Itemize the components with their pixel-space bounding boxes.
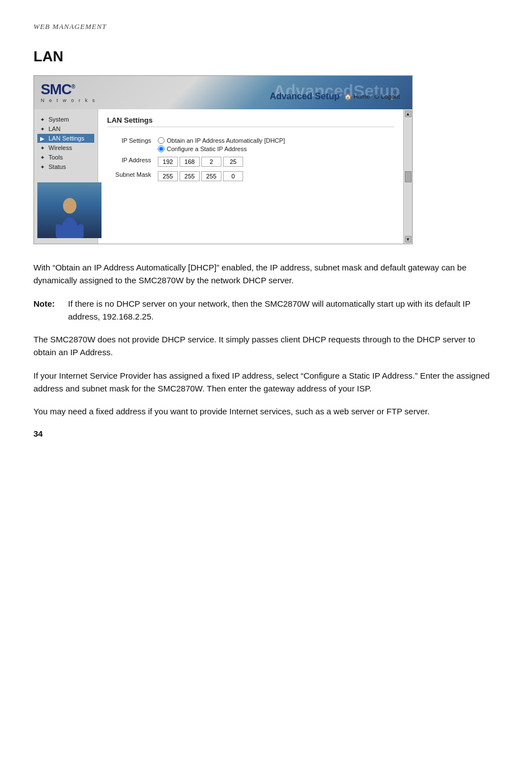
ip-settings-label-cell: IP Settings bbox=[107, 135, 154, 154]
smc-logo-text: SMC® bbox=[41, 82, 75, 96]
radio-static[interactable] bbox=[158, 146, 165, 152]
para4: If your Internet Service Provider has as… bbox=[33, 369, 499, 395]
svg-rect-1 bbox=[56, 224, 61, 238]
sidebar-item-lan[interactable]: ✦ LAN bbox=[37, 124, 94, 133]
lan-icon: ✦ bbox=[38, 125, 46, 132]
ip-octet-2[interactable] bbox=[180, 157, 200, 167]
radio-static-row: Configure a Static IP Address bbox=[158, 146, 391, 152]
lan-settings-title: LAN Settings bbox=[107, 116, 394, 127]
ip-octet-1[interactable] bbox=[158, 157, 178, 167]
home-icon: 🏠 bbox=[344, 93, 352, 100]
smc-logo: SMC® N e t w o r k s bbox=[41, 82, 96, 103]
advanced-setup-bar: Advanced Setup 🏠 Home ⊙ Logout bbox=[270, 91, 400, 101]
web-management-title: WEB MANAGEMENT bbox=[33, 22, 499, 31]
browser-window: SMC® N e t w o r k s AdvancedSetup Advan… bbox=[33, 75, 413, 244]
sidebar-item-wireless[interactable]: ✦ Wireless bbox=[37, 143, 94, 152]
radio-dhcp-label: Obtain an IP Address Automatically [DHCP… bbox=[167, 137, 285, 144]
ip-settings-row: IP Settings Obtain an IP Address Automat… bbox=[107, 135, 394, 154]
home-link[interactable]: 🏠 Home bbox=[344, 93, 370, 100]
subnet-mask-row: Subnet Mask bbox=[107, 169, 394, 183]
svg-point-0 bbox=[63, 198, 76, 214]
subnet-mask-fields bbox=[158, 171, 391, 181]
sidebar-item-status[interactable]: ✦ Status bbox=[37, 162, 94, 171]
logout-link[interactable]: ⊙ Logout bbox=[374, 93, 400, 100]
screenshot-image bbox=[37, 182, 101, 238]
main-content-area: LAN Settings IP Settings Obtain an IP Ad… bbox=[98, 109, 403, 244]
nav-links: 🏠 Home ⊙ Logout bbox=[344, 93, 400, 100]
para3: The SMC2870W does not provide DHCP servi… bbox=[33, 333, 499, 359]
ip-address-fields-cell bbox=[154, 154, 394, 169]
ip-address-label-cell: IP Address bbox=[107, 154, 154, 169]
subnet-mask-label-cell: Subnet Mask bbox=[107, 169, 154, 183]
subnet-octet-1[interactable] bbox=[158, 171, 178, 181]
ip-address-fields bbox=[158, 157, 391, 167]
svg-rect-2 bbox=[78, 224, 84, 238]
para1: With “Obtain an IP Address Automatically… bbox=[33, 261, 499, 287]
scroll-thumb[interactable] bbox=[405, 171, 412, 182]
smc-networks-label: N e t w o r k s bbox=[41, 98, 96, 103]
sidebar: ✦ System ✦ LAN ▶ LAN Settings ✦ Wireless… bbox=[34, 109, 98, 244]
subnet-octet-3[interactable] bbox=[201, 171, 221, 181]
scroll-up-arrow[interactable]: ▲ bbox=[405, 110, 412, 117]
ip-octet-4[interactable] bbox=[223, 157, 243, 167]
scrollbar[interactable]: ▲ ▼ bbox=[403, 109, 412, 244]
body-text: With “Obtain an IP Address Automatically… bbox=[33, 261, 499, 418]
wireless-icon: ✦ bbox=[38, 144, 46, 151]
page-number: 34 bbox=[33, 429, 499, 438]
status-icon: ✦ bbox=[38, 163, 46, 170]
ip-octet-3[interactable] bbox=[201, 157, 221, 167]
smc-header: SMC® N e t w o r k s AdvancedSetup Advan… bbox=[34, 76, 412, 109]
subnet-octet-2[interactable] bbox=[180, 171, 200, 181]
sidebar-item-lan-settings[interactable]: ▶ LAN Settings bbox=[37, 134, 94, 143]
subnet-octet-4[interactable] bbox=[223, 171, 243, 181]
radio-static-label: Configure a Static IP Address bbox=[167, 146, 247, 152]
settings-table: IP Settings Obtain an IP Address Automat… bbox=[107, 135, 394, 183]
tools-icon: ✦ bbox=[38, 154, 46, 161]
advanced-setup-label: Advanced Setup bbox=[270, 91, 340, 101]
content-row: ✦ System ✦ LAN ▶ LAN Settings ✦ Wireless… bbox=[34, 109, 412, 244]
section-heading: LAN bbox=[33, 48, 499, 65]
sidebar-item-tools[interactable]: ✦ Tools bbox=[37, 153, 94, 162]
para5: You may need a fixed address if you want… bbox=[33, 405, 499, 418]
note-block: Note: If there is no DHCP server on your… bbox=[33, 297, 499, 323]
subnet-mask-fields-cell bbox=[154, 169, 394, 183]
lan-settings-icon: ▶ bbox=[38, 135, 46, 142]
radio-dhcp-row: Obtain an IP Address Automatically [DHCP… bbox=[158, 137, 391, 144]
ip-settings-radio-group: Obtain an IP Address Automatically [DHCP… bbox=[158, 137, 391, 152]
radio-dhcp[interactable] bbox=[158, 137, 165, 144]
ip-settings-value-cell: Obtain an IP Address Automatically [DHCP… bbox=[154, 135, 394, 154]
screenshot-person bbox=[37, 182, 101, 238]
scroll-down-arrow[interactable]: ▼ bbox=[405, 236, 412, 243]
note-label: Note: bbox=[33, 297, 61, 323]
note-text: If there is no DHCP server on your netwo… bbox=[68, 297, 499, 323]
person-svg bbox=[50, 194, 89, 238]
sidebar-item-system[interactable]: ✦ System bbox=[37, 115, 94, 124]
logout-icon: ⊙ bbox=[374, 93, 379, 100]
system-icon: ✦ bbox=[38, 116, 46, 123]
ip-address-row: IP Address bbox=[107, 154, 394, 169]
